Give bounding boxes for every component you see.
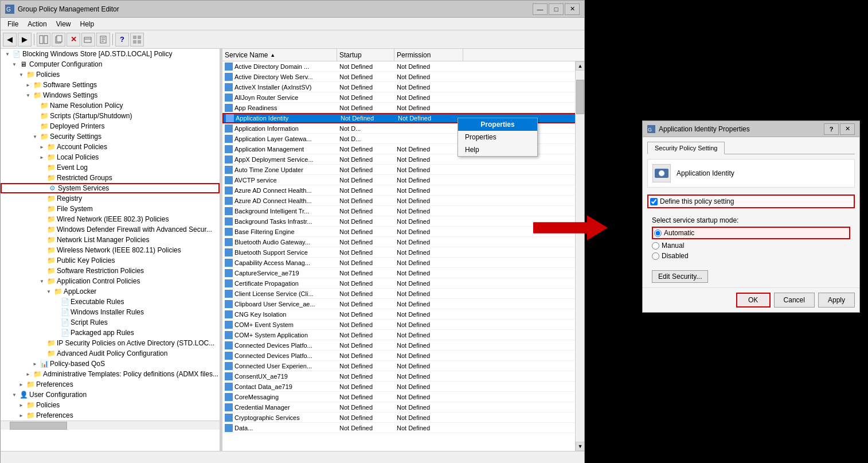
help-button[interactable]: ? (115, 33, 129, 46)
list-item[interactable]: Active Directory Web Serv... Not Defined… (222, 72, 584, 82)
ok-button[interactable]: OK (736, 293, 771, 308)
tree-app-control[interactable]: ▼ 📁 Application Control Policies (1, 276, 220, 286)
minimize-button[interactable]: — (533, 3, 548, 15)
back-button[interactable]: ◀ (3, 33, 17, 46)
list-item[interactable]: Background Tasks Infrastr... Not Defined… (222, 216, 584, 227)
list-item[interactable]: Azure AD Connect Health... Not Defined N… (222, 196, 584, 206)
list-item[interactable]: Certificate Propagation Not Defined Not … (222, 278, 584, 289)
tree-admin-templates[interactable]: ► 📁 Administrative Templates: Policy def… (1, 369, 220, 379)
list-item[interactable]: AllJoyn Router Service Not Defined Not D… (222, 92, 584, 103)
tree-account-policies[interactable]: ► 📁 Account Policies (1, 142, 220, 152)
menu-action[interactable]: Action (23, 19, 51, 29)
tree-wireless-network[interactable]: ▶ 📁 Wireless Network (IEEE 802.11) Polic… (1, 245, 220, 255)
tree-windows-defender[interactable]: ▶ 📁 Windows Defender Firewall with Advan… (1, 224, 220, 235)
expander[interactable]: ▼ (17, 70, 26, 79)
vertical-scrollbar[interactable]: ▲ ▼ (575, 61, 584, 451)
view-button[interactable] (130, 33, 144, 46)
list-item[interactable]: Data... Not Defined Not Defined (222, 423, 584, 433)
list-item[interactable]: COM+ System Application Not Defined Not … (222, 330, 584, 340)
list-item[interactable]: Auto Time Zone Updater Not Defined Not D… (222, 165, 584, 175)
expander[interactable]: ▼ (10, 390, 19, 399)
tree-user-config[interactable]: ▼ 👤 User Configuration (1, 390, 220, 400)
expander[interactable]: ▼ (30, 132, 40, 141)
col-header-perm[interactable]: Permission (394, 49, 463, 61)
dialog-help-button[interactable]: ? (824, 123, 839, 135)
list-item[interactable]: Cryptographic Services Not Defined Not D… (222, 413, 584, 423)
tree-advanced-audit[interactable]: ▶ 📁 Advanced Audit Policy Configuration (1, 348, 220, 359)
scroll-down-button[interactable]: ▼ (576, 442, 584, 451)
maximize-button[interactable]: □ (549, 3, 564, 15)
expander[interactable]: ▼ (24, 91, 33, 100)
menu-file[interactable]: File (3, 19, 23, 29)
expander[interactable]: ► (24, 369, 33, 379)
context-menu-properties[interactable]: Properties (458, 131, 537, 143)
horizontal-scrollbar[interactable] (1, 421, 220, 430)
list-item[interactable]: Contact Data_ae719 Not Defined Not Defin… (222, 382, 584, 392)
list-item[interactable]: Bluetooth Audio Gateway... Not Defined N… (222, 237, 584, 247)
tree-packaged[interactable]: ▶ 📄 Packaged app Rules (1, 328, 220, 338)
dialog-close-button[interactable]: ✕ (840, 123, 855, 135)
list-item[interactable]: App Readiness Not Defined Not Defined (222, 103, 584, 113)
h-scroll-thumb[interactable] (10, 422, 67, 430)
properties-button[interactable] (96, 33, 110, 46)
list-item[interactable]: Base Filtering Engine Not Defined Not De… (222, 227, 584, 237)
tree-security-settings[interactable]: ▼ 📁 Security Settings (1, 131, 220, 142)
list-item[interactable]: Clipboard User Service_ae... Not Defined… (222, 299, 584, 309)
tree-preferences[interactable]: ► 📁 Preferences (1, 379, 220, 390)
tree-windows-settings[interactable]: ▼ 📁 Windows Settings (1, 90, 220, 100)
forward-button[interactable]: ▶ (18, 33, 32, 46)
tree-policies[interactable]: ▼ 📁 Policies (1, 69, 220, 80)
tree-scripts[interactable]: ▶ 📁 Scripts (Startup/Shutdown) (1, 111, 220, 121)
tree-registry[interactable]: ▶ 📁 Registry (1, 193, 220, 204)
expander[interactable]: ▼ (3, 49, 12, 59)
tree-public-key[interactable]: ▶ 📁 Public Key Policies (1, 255, 220, 266)
radio-disabled[interactable] (652, 252, 659, 260)
define-policy-checkbox[interactable] (650, 198, 658, 205)
menu-view[interactable]: View (52, 19, 76, 29)
scroll-up-button[interactable]: ▲ (576, 61, 584, 71)
list-item[interactable]: Credential Manager Not Defined Not Defin… (222, 402, 584, 413)
list-item[interactable]: ConsentUX_ae719 Not Defined Not Defined (222, 371, 584, 382)
list-item[interactable]: Active Directory Domain ... Not Defined … (222, 61, 584, 72)
expander[interactable]: ► (17, 411, 26, 420)
expander[interactable]: ▼ (10, 60, 19, 69)
expander[interactable]: ▼ (37, 277, 46, 286)
list-item[interactable]: AVCTP service Not Defined Not Defined (222, 175, 584, 185)
list-item[interactable]: CaptureService_ae719 Not Defined Not Def… (222, 268, 584, 278)
expander[interactable]: ► (24, 80, 33, 90)
close-button[interactable]: ✕ (565, 3, 580, 15)
tree-system-services[interactable]: ▶ ⚙ System Services (1, 183, 220, 193)
tree-file-system[interactable]: ▶ 📁 File System (1, 204, 220, 214)
expander[interactable]: ► (37, 142, 46, 151)
tree-local-policies[interactable]: ► 📁 Local Policies (1, 152, 220, 162)
tree-software-settings[interactable]: ► 📁 Software Settings (1, 80, 220, 90)
expander[interactable]: ► (30, 359, 40, 368)
delete-button[interactable]: ✕ (67, 33, 80, 46)
expander[interactable]: ► (17, 400, 26, 410)
expander[interactable]: ▼ (44, 287, 53, 296)
list-item[interactable]: Connected User Experien... Not Defined N… (222, 361, 584, 371)
list-item[interactable]: Bluetooth Support Service Not Defined No… (222, 247, 584, 258)
col-header-startup[interactable]: Startup (337, 49, 394, 61)
rename-button[interactable] (81, 33, 95, 46)
expander[interactable]: ► (37, 153, 46, 162)
tree-policy-qos[interactable]: ► 📊 Policy-based QoS (1, 359, 220, 369)
tree-name-resolution[interactable]: ▶ 📁 Name Resolution Policy (1, 100, 220, 111)
tree-restricted-groups[interactable]: ▶ 📁 Restricted Groups (1, 173, 220, 183)
list-item[interactable]: Azure AD Connect Health... Not Defined N… (222, 185, 584, 196)
expander[interactable]: ► (17, 380, 26, 389)
apply-button[interactable]: Apply (818, 293, 855, 308)
tree-user-policies[interactable]: ► 📁 Policies (1, 400, 220, 410)
radio-automatic[interactable] (654, 229, 662, 237)
edit-security-button[interactable]: Edit Security... (652, 270, 708, 283)
list-item[interactable]: Connected Devices Platfo... Not Defined … (222, 340, 584, 351)
tree-wired-network[interactable]: ▶ 📁 Wired Network (IEEE 802.3) Policies (1, 214, 220, 224)
tree-event-log[interactable]: ▶ 📁 Event Log (1, 162, 220, 173)
list-item[interactable]: COM+ Event System Not Defined Not Define… (222, 320, 584, 330)
tree-computer-config[interactable]: ▼ 🖥 Computer Configuration (1, 59, 220, 69)
list-item[interactable]: CoreMessaging Not Defined Not Defined (222, 392, 584, 402)
tree-root[interactable]: ▼ 📄 Blocking Windows Store [AD.STD.LOCAL… (1, 49, 220, 59)
show-hide-button[interactable] (37, 33, 50, 46)
dialog-tab-security-policy[interactable]: Security Policy Setting (647, 142, 725, 154)
col-header-service[interactable]: Service Name ▲ (222, 49, 337, 61)
